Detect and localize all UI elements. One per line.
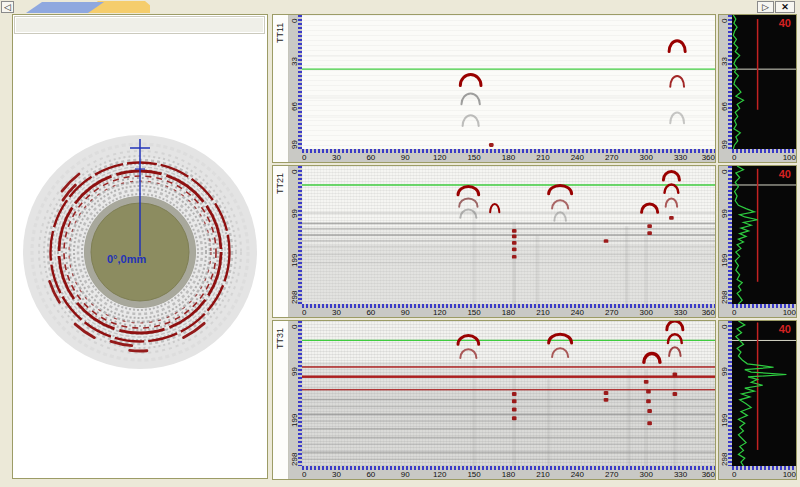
tick-label: 240 — [571, 470, 584, 479]
tick-label: 90 — [401, 153, 410, 162]
bscan-panel-tt21: TT21 099199298 0306090120150180210240270… — [272, 165, 716, 318]
tick-label: 100 — [783, 153, 796, 162]
tick-label: 30 — [332, 153, 341, 162]
gain-value: 40 — [779, 17, 791, 29]
y-axis-ruler: 0336699 — [719, 15, 732, 149]
tick-label: 60 — [366, 308, 375, 317]
tick-label: 0 — [732, 470, 736, 479]
bscan-channel-label: TT31 — [273, 321, 289, 479]
ascan-plot-area[interactable]: 40 — [732, 166, 796, 304]
cursor-position-label: 0°,0mm — [107, 253, 146, 265]
x-axis-ruler: 0306090120150180210240270300330360 — [289, 466, 715, 479]
tick-label: 270 — [605, 308, 618, 317]
tick-label: 330 — [674, 153, 687, 162]
ascan-plot-area[interactable]: 40 — [732, 15, 796, 149]
tick-label: 30 — [332, 470, 341, 479]
tick-label: 210 — [536, 153, 549, 162]
application-window: ◁ ▷ ✕ 0°,0mm TT11 0336699 03060901201501… — [0, 0, 800, 487]
ascan-panel-3: 099199298 40 0100 — [718, 320, 797, 480]
tick-label: 298 — [720, 453, 729, 466]
bscan-image — [302, 321, 715, 466]
tick-label: 180 — [502, 470, 515, 479]
tick-label: 270 — [605, 153, 618, 162]
tick-label: 33 — [720, 57, 729, 66]
y-axis-ruler: 099199298 — [719, 321, 732, 466]
tick-label: 330 — [674, 308, 687, 317]
channel-name: TT11 — [275, 23, 285, 43]
tick-label: 199 — [290, 254, 299, 267]
tick-label: 360 — [702, 153, 715, 162]
y-axis-ruler: 099199298 — [289, 166, 302, 304]
tick-label: 360 — [702, 470, 715, 479]
tick-label: 120 — [433, 153, 446, 162]
tick-label: 150 — [467, 308, 480, 317]
ascan-image — [732, 321, 796, 466]
bscan-plot-area[interactable] — [302, 321, 715, 466]
tick-label: 180 — [502, 308, 515, 317]
tick-label: 300 — [639, 153, 652, 162]
bscan-image — [302, 15, 715, 149]
tick-label: 0 — [302, 308, 306, 317]
tick-label: 240 — [571, 308, 584, 317]
ascan-panel-2: 099199298 40 0100 — [718, 165, 797, 318]
tick-label: 240 — [571, 153, 584, 162]
tick-label: 298 — [290, 291, 299, 304]
tick-label: 60 — [366, 470, 375, 479]
polar-view-panel: 0°,0mm — [12, 14, 268, 479]
tick-label: 90 — [401, 470, 410, 479]
tick-label: 0 — [732, 308, 736, 317]
tick-label: 0 — [302, 153, 306, 162]
forward-button[interactable]: ▷ — [757, 1, 774, 13]
tick-label: 298 — [720, 291, 729, 304]
bscan-plot-area[interactable] — [302, 15, 715, 149]
tick-label: 0 — [720, 19, 729, 23]
tick-label: 298 — [290, 453, 299, 466]
x-axis-ruler: 0306090120150180210240270300330360 — [289, 149, 715, 162]
tick-label: 99 — [720, 209, 729, 218]
tick-label: 0 — [290, 325, 299, 329]
y-axis-ruler: 099199298 — [289, 321, 302, 466]
polar-scan-canvas[interactable]: 0°,0mm — [23, 135, 257, 369]
tick-label: 210 — [536, 470, 549, 479]
tick-label: 90 — [401, 308, 410, 317]
tick-label: 180 — [502, 153, 515, 162]
bscan-plot-area[interactable] — [302, 166, 715, 304]
tick-label: 60 — [366, 153, 375, 162]
close-button[interactable]: ✕ — [775, 1, 795, 13]
tick-label: 0 — [290, 170, 299, 174]
tick-label: 300 — [639, 470, 652, 479]
x-axis-ruler: 0100 — [719, 304, 796, 317]
tick-label: 199 — [720, 254, 729, 267]
tick-label: 30 — [332, 308, 341, 317]
tick-label: 330 — [674, 470, 687, 479]
tick-label: 199 — [290, 413, 299, 426]
x-axis-ruler: 0100 — [719, 149, 796, 162]
tick-label: 33 — [290, 57, 299, 66]
ascan-plot-area[interactable]: 40 — [732, 321, 796, 466]
ascan-image — [732, 15, 796, 149]
tick-label: 150 — [467, 153, 480, 162]
tick-label: 99 — [290, 367, 299, 376]
ascan-image — [732, 166, 796, 304]
gain-value: 40 — [779, 168, 791, 180]
bscan-image — [302, 166, 715, 304]
tick-label: 270 — [605, 470, 618, 479]
tick-label: 99 — [720, 140, 729, 149]
tick-label: 66 — [290, 102, 299, 111]
tick-label: 0 — [302, 470, 306, 479]
tick-label: 210 — [536, 308, 549, 317]
bscan-channel-label: TT21 — [273, 166, 289, 317]
tick-label: 99 — [290, 140, 299, 149]
tick-label: 100 — [783, 470, 796, 479]
tick-label: 120 — [433, 308, 446, 317]
bscan-panel-tt11: TT11 0336699 030609012015018021024027030… — [272, 14, 716, 163]
tick-label: 150 — [467, 470, 480, 479]
tick-label: 66 — [720, 102, 729, 111]
ascan-panel-1: 0336699 40 0100 — [718, 14, 797, 163]
channel-name: TT21 — [275, 173, 285, 194]
back-button[interactable]: ◁ — [1, 1, 14, 13]
tick-label: 0 — [732, 153, 736, 162]
tick-label: 0 — [290, 19, 299, 23]
x-axis-ruler: 0100 — [719, 466, 796, 479]
tick-label: 0 — [720, 325, 729, 329]
